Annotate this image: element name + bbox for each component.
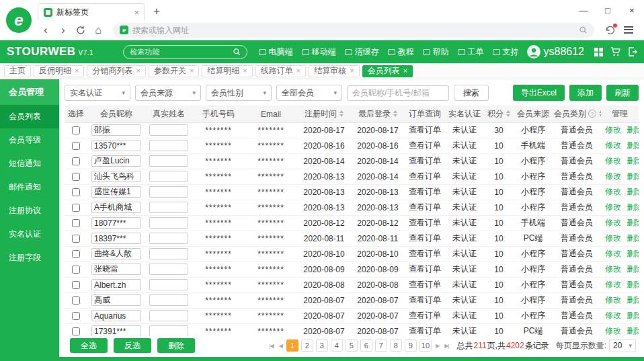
search-icon[interactable] xyxy=(233,48,241,56)
edit-link[interactable]: 修改 xyxy=(605,125,621,134)
address-bar[interactable]: e xyxy=(113,23,594,38)
filter-select[interactable]: 实名认证 ▾ xyxy=(65,85,130,101)
delete-link[interactable]: 删除 xyxy=(627,156,639,165)
header-menu-item[interactable]: 电脑端 xyxy=(259,46,293,58)
header-menu-item[interactable]: 教程 xyxy=(388,46,414,58)
page-tab[interactable]: 线路订单 × xyxy=(255,65,306,77)
export-excel-button[interactable]: 导出Excel xyxy=(513,85,565,101)
tab-close-icon[interactable]: × xyxy=(75,67,79,75)
row-checkbox[interactable] xyxy=(72,173,80,181)
view-orders-link[interactable]: 查看订单 xyxy=(409,187,441,196)
row-checkbox[interactable] xyxy=(72,142,80,150)
delete-link[interactable]: 删除 xyxy=(627,171,639,181)
sidebar-item[interactable]: 短信通知 xyxy=(0,152,59,175)
maximize-button[interactable]: □ xyxy=(596,0,620,20)
header-menu-item[interactable]: 移动端 xyxy=(302,46,336,58)
home-icon[interactable]: ⌂ xyxy=(90,22,106,38)
delete-link[interactable]: 删除 xyxy=(627,141,639,150)
apps-grid-icon[interactable] xyxy=(594,48,603,56)
row-checkbox[interactable] xyxy=(72,219,80,227)
page-tab[interactable]: 反佣明细 × xyxy=(34,65,84,77)
sort-icon[interactable] xyxy=(339,110,344,117)
delete-link[interactable]: 删除 xyxy=(627,218,639,227)
page-tab[interactable]: 会员列表 × xyxy=(362,65,413,77)
sidebar-section-member-management[interactable]: 会员管理 xyxy=(0,79,59,105)
edit-link[interactable]: 修改 xyxy=(605,218,621,227)
nickname-input[interactable] xyxy=(91,325,141,336)
search-button[interactable]: 搜索 xyxy=(454,85,489,101)
sidebar-item[interactable]: 实名认证 xyxy=(0,223,59,246)
feature-search-input[interactable] xyxy=(130,48,229,56)
view-orders-link[interactable]: 查看订单 xyxy=(409,326,441,335)
delete-link[interactable]: 删除 xyxy=(627,295,639,305)
nickname-input[interactable] xyxy=(91,124,141,136)
realname-input[interactable] xyxy=(149,310,188,321)
page-button[interactable]: 6 xyxy=(360,339,372,352)
filter-select[interactable]: 会员性别 ▾ xyxy=(206,85,272,101)
edit-link[interactable]: 修改 xyxy=(605,202,621,212)
bulk-delete-button[interactable]: 删除 xyxy=(157,338,195,353)
delete-link[interactable]: 删除 xyxy=(627,125,639,134)
delete-link[interactable]: 删除 xyxy=(627,264,639,274)
page-button[interactable]: 10 xyxy=(419,339,432,352)
feature-search[interactable] xyxy=(123,45,247,59)
view-orders-link[interactable]: 查看订单 xyxy=(409,156,441,165)
delete-link[interactable]: 删除 xyxy=(627,280,639,289)
delete-link[interactable]: 删除 xyxy=(627,187,639,196)
realname-input[interactable] xyxy=(149,171,188,182)
realname-input[interactable] xyxy=(149,186,188,198)
page-button[interactable]: 1 xyxy=(286,339,298,352)
header-menu-item[interactable]: 帮助 xyxy=(423,46,449,58)
tab-close-icon[interactable]: × xyxy=(296,67,300,75)
delete-link[interactable]: 删除 xyxy=(627,311,639,320)
row-checkbox[interactable] xyxy=(72,250,80,258)
sidebar-item[interactable]: 会员等级 xyxy=(0,128,59,152)
view-orders-link[interactable]: 查看订单 xyxy=(409,125,441,134)
help-icon[interactable]: ? xyxy=(588,110,596,118)
view-orders-link[interactable]: 查看订单 xyxy=(409,264,441,274)
realname-input[interactable] xyxy=(149,294,188,306)
logout-icon[interactable] xyxy=(628,47,637,56)
history-icon[interactable] xyxy=(601,22,618,38)
row-checkbox[interactable] xyxy=(72,188,80,196)
realname-input[interactable] xyxy=(149,233,188,244)
view-orders-link[interactable]: 查看订单 xyxy=(409,280,441,289)
filter-select[interactable]: 全部会员 ▾ xyxy=(276,85,342,101)
page-button[interactable]: 4 xyxy=(331,339,343,352)
cart-icon[interactable] xyxy=(610,47,620,56)
page-button[interactable]: 8 xyxy=(390,339,402,352)
nickname-input[interactable] xyxy=(91,294,141,306)
edit-link[interactable]: 修改 xyxy=(605,311,621,320)
filter-select[interactable]: 会员来源 ▾ xyxy=(135,85,201,101)
sort-icon[interactable] xyxy=(599,110,601,117)
view-orders-link[interactable]: 查看订单 xyxy=(409,249,441,258)
tab-close-icon[interactable]: × xyxy=(243,67,247,75)
realname-input[interactable] xyxy=(149,124,188,136)
nickname-input[interactable] xyxy=(91,248,141,259)
first-page-icon[interactable]: |◀ xyxy=(268,343,274,349)
page-size-select[interactable]: 20 ▾ xyxy=(609,339,636,352)
delete-link[interactable]: 删除 xyxy=(627,233,639,243)
view-orders-link[interactable]: 查看订单 xyxy=(409,233,441,243)
select-all-button[interactable]: 全选 xyxy=(70,338,108,353)
view-orders-link[interactable]: 查看订单 xyxy=(409,202,441,212)
realname-input[interactable] xyxy=(149,155,188,167)
refresh-button[interactable]: 刷新 xyxy=(606,85,639,101)
realname-input[interactable] xyxy=(149,248,188,259)
row-checkbox[interactable] xyxy=(72,327,80,335)
realname-input[interactable] xyxy=(149,202,188,213)
row-checkbox[interactable] xyxy=(72,126,80,134)
tab-close-icon[interactable]: × xyxy=(134,7,139,17)
nickname-input[interactable] xyxy=(91,202,141,213)
row-checkbox[interactable] xyxy=(72,235,80,243)
edit-link[interactable]: 修改 xyxy=(605,264,621,274)
view-orders-link[interactable]: 查看订单 xyxy=(409,295,441,305)
menu-icon[interactable] xyxy=(620,22,637,38)
nickname-input[interactable] xyxy=(91,171,141,182)
user-menu[interactable]: ys88612 xyxy=(527,45,585,58)
edit-link[interactable]: 修改 xyxy=(605,249,621,258)
edit-link[interactable]: 修改 xyxy=(605,233,621,243)
back-icon[interactable]: ‹ xyxy=(38,22,54,38)
page-tab[interactable]: 分销商列表 × xyxy=(87,65,145,77)
edit-link[interactable]: 修改 xyxy=(605,156,621,165)
